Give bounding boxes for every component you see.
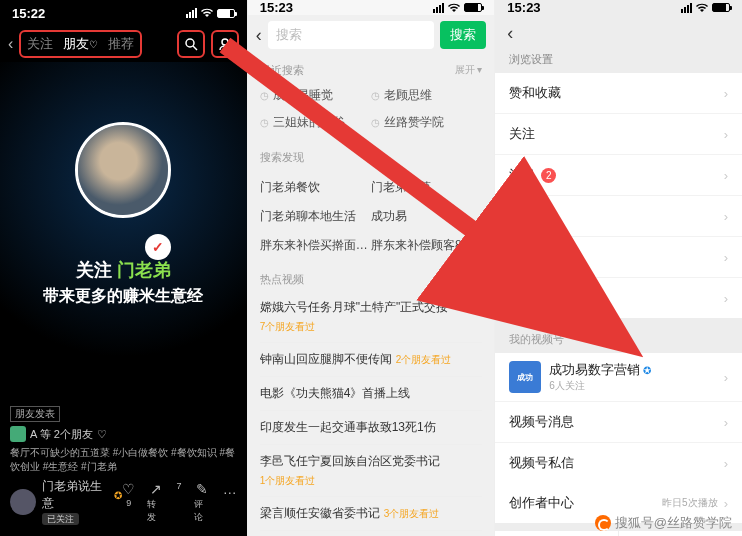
chevron-right-icon: › bbox=[724, 86, 728, 101]
like-button[interactable]: ♡9 bbox=[122, 481, 135, 524]
status-bar: 15:23 bbox=[495, 0, 742, 15]
video-content[interactable]: ✓ 关注 门老弟 带来更多的赚米生意经 bbox=[0, 62, 247, 400]
discover-header: 搜索发现 bbox=[248, 142, 495, 169]
hot-video-item[interactable]: 嫦娥六号任务月球"土特产"正式交接7个朋友看过 bbox=[260, 291, 483, 343]
discover-item[interactable]: 门老弟聊本地生活 bbox=[260, 202, 371, 231]
settings-row[interactable]: 消息2› bbox=[495, 155, 742, 196]
phone-2-search: 15:23 ‹ 搜索 搜索 最近搜索 展开 ▾ ◷成功易睡觉◷老顾思维◷三姐妹的… bbox=[248, 0, 496, 536]
settings-row[interactable]: 赞和收藏› bbox=[495, 73, 742, 114]
tab-friends[interactable]: 朋友♡ bbox=[63, 35, 98, 53]
friends-watched[interactable]: A 等 2个朋友 ♡ bbox=[10, 426, 237, 442]
settings-row[interactable]: 视频号私信› bbox=[495, 443, 742, 483]
creator-avatar[interactable] bbox=[75, 122, 171, 218]
chevron-right-icon: › bbox=[724, 127, 728, 142]
tab-follow[interactable]: 关注 bbox=[27, 35, 53, 53]
hot-video-item[interactable]: 电影《功夫熊猫4》首播上线 bbox=[260, 377, 483, 411]
wifi-icon bbox=[695, 3, 709, 13]
status-time: 15:22 bbox=[12, 6, 45, 21]
chevron-right-icon: › bbox=[724, 291, 728, 306]
chevron-right-icon: › bbox=[724, 250, 728, 265]
discover-item[interactable]: 成功易 bbox=[371, 202, 482, 231]
tabs-highlight: 关注 朋友♡ 推荐 bbox=[19, 30, 142, 58]
chevron-right-icon: › bbox=[724, 415, 728, 430]
chevron-right-icon: › bbox=[724, 456, 728, 471]
chevron-right-icon: › bbox=[724, 370, 728, 385]
settings-row[interactable]: 私信› bbox=[495, 196, 742, 237]
settings-row[interactable]: 订单› bbox=[495, 237, 742, 278]
status-bar: 15:22 bbox=[0, 0, 247, 26]
comment-button[interactable]: ✎评论 bbox=[194, 481, 211, 524]
settings-group-1: 赞和收藏›关注›消息2›私信›订单›隐私› bbox=[495, 73, 742, 318]
settings-row[interactable]: 关注› bbox=[495, 114, 742, 155]
status-indicators bbox=[433, 3, 482, 13]
video-footer: 朋友发表 A 等 2个朋友 ♡ 餐厅不可缺少的五道菜 #小白做餐饮 #餐饮知识 … bbox=[0, 400, 247, 536]
share-count: 7 bbox=[177, 481, 182, 524]
profile-icon-highlight[interactable] bbox=[211, 30, 239, 58]
action-bar: ♡9 ↗转发 7 ✎评论 … bbox=[122, 481, 236, 524]
hot-video-item[interactable]: 李邑飞任宁夏回族自治区党委书记1个朋友看过 bbox=[260, 445, 483, 497]
back-icon[interactable]: ‹ bbox=[256, 25, 262, 46]
author-info[interactable]: 门老弟说生意✪ 已关注 bbox=[10, 478, 122, 526]
my-account-row[interactable]: 成功 成功易数字营销✪ 6人关注 › bbox=[495, 353, 742, 402]
recent-item[interactable]: ◷成功易睡觉 bbox=[260, 82, 371, 109]
verify-icon: ✪ bbox=[114, 490, 122, 501]
search-input[interactable]: 搜索 bbox=[268, 21, 435, 49]
status-indicators bbox=[186, 8, 235, 18]
signal-icon bbox=[433, 3, 444, 13]
discover-item[interactable]: 门老弟做菜 bbox=[371, 173, 482, 202]
discover-item[interactable]: 胖东来补偿买擀面皮顾客热 bbox=[260, 231, 371, 260]
followed-pill[interactable]: 已关注 bbox=[42, 513, 79, 525]
wifi-icon bbox=[200, 8, 214, 18]
heart-icon: ♡ bbox=[89, 39, 98, 50]
chevron-right-icon: › bbox=[724, 168, 728, 183]
clock-icon: ◷ bbox=[260, 117, 269, 128]
battery-icon bbox=[217, 9, 235, 18]
recent-searches: ◷成功易睡觉◷老顾思维◷三姐妹的爸爸◷丝路赞学院 bbox=[248, 82, 495, 142]
clock-icon: ◷ bbox=[371, 117, 380, 128]
recent-item[interactable]: ◷三姐妹的爸爸 bbox=[260, 109, 371, 136]
more-button[interactable]: … bbox=[223, 481, 237, 524]
promo-text: 关注 门老弟 带来更多的赚米生意经 bbox=[43, 258, 203, 307]
page-header: ‹ bbox=[495, 15, 742, 52]
settings-row[interactable]: 视频号消息› bbox=[495, 402, 742, 443]
search-button[interactable]: 搜索 bbox=[440, 21, 486, 49]
settings-row[interactable]: 隐私› bbox=[495, 278, 742, 318]
hot-video-item[interactable]: 印度发生一起交通事故致13死1伤 bbox=[260, 411, 483, 445]
back-icon[interactable]: ‹ bbox=[507, 23, 513, 44]
svg-line-1 bbox=[193, 46, 197, 50]
hot-video-item[interactable]: 梁言顺任安徽省委书记3个朋友看过 bbox=[260, 497, 483, 531]
clock-icon: ◷ bbox=[371, 90, 380, 101]
verify-icon: ✪ bbox=[643, 365, 651, 376]
search-icon-highlight[interactable] bbox=[177, 30, 205, 58]
check-badge-icon: ✓ bbox=[145, 234, 171, 260]
discover-grid: 门老弟餐饮门老弟做菜门老弟聊本地生活成功易胖东来补偿买擀面皮顾客热胖东来补偿顾客… bbox=[248, 169, 495, 264]
page-title: 浏览设置 bbox=[495, 52, 742, 73]
friend-avatar-icon bbox=[10, 426, 26, 442]
phone-1-channels: 15:22 ‹ 关注 朋友♡ 推荐 ✓ bbox=[0, 0, 248, 536]
hot-video-item[interactable]: 钟南山回应腿脚不便传闻2个朋友看过 bbox=[260, 343, 483, 377]
clock-icon: ◷ bbox=[260, 90, 269, 101]
video-caption[interactable]: 餐厅不可缺少的五道菜 #小白做餐饮 #餐饮知识 #餐饮创业 #生意经 #门老弟 bbox=[10, 446, 237, 474]
search-bar: ‹ 搜索 搜索 bbox=[248, 15, 495, 55]
tab-recommend[interactable]: 推荐 bbox=[108, 35, 134, 53]
back-icon[interactable]: ‹ bbox=[8, 35, 13, 53]
status-time: 15:23 bbox=[260, 0, 293, 15]
settings-group-2: 成功 成功易数字营销✪ 6人关注 › 视频号消息›视频号私信› 创作者中心 昨日… bbox=[495, 353, 742, 523]
discover-item[interactable]: 门老弟餐饮 bbox=[260, 173, 371, 202]
battery-icon bbox=[712, 3, 730, 12]
author-avatar bbox=[10, 489, 36, 515]
hot-video-item[interactable]: 钟薛高回应主播直播时晕倒108个朋友看过 bbox=[260, 531, 483, 536]
recent-item[interactable]: ◷丝路赞学院 bbox=[371, 109, 482, 136]
expand-toggle[interactable]: 展开 ▾ bbox=[455, 63, 483, 78]
my-channel-header: 我的视频号 bbox=[495, 326, 742, 353]
svg-point-2 bbox=[222, 39, 228, 45]
recent-header: 最近搜索 展开 ▾ bbox=[248, 55, 495, 82]
top-nav: ‹ 关注 朋友♡ 推荐 bbox=[0, 26, 247, 62]
recent-item[interactable]: ◷老顾思维 bbox=[371, 82, 482, 109]
wifi-icon bbox=[447, 3, 461, 13]
watermark: 搜狐号@丝路赞学院 bbox=[595, 514, 732, 532]
hot-videos-list: 嫦娥六号任务月球"土特产"正式交接7个朋友看过钟南山回应腿脚不便传闻2个朋友看过… bbox=[248, 291, 495, 536]
badge-count: 2 bbox=[541, 168, 556, 183]
discover-item[interactable]: 胖东来补偿顾客883万热 bbox=[371, 231, 482, 260]
share-button[interactable]: ↗转发 bbox=[147, 481, 164, 524]
